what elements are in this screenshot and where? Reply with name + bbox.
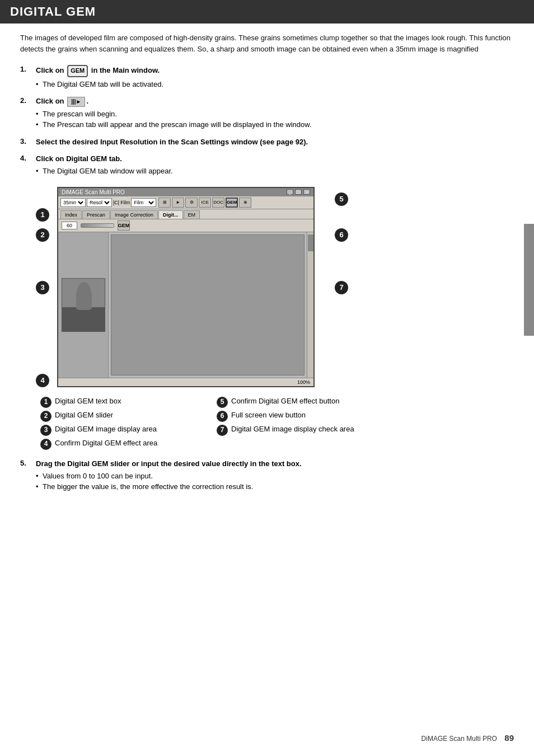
prescan-button-icon: |||► xyxy=(67,97,85,107)
tab-prescan[interactable]: Prescan xyxy=(82,210,110,219)
step-4-title: Click on Digital GEM tab. xyxy=(36,154,514,164)
extra-button[interactable]: ⊕ xyxy=(239,198,251,208)
step-2: 2. Click on |||►. The prescan will begin… xyxy=(20,96,514,130)
step-1-number: 1. xyxy=(20,65,36,73)
legend-item-3: 3 Digital GEM image display area xyxy=(40,424,200,436)
page-title: DIGITAL GEM xyxy=(10,4,524,19)
step-2-bullet-1: The prescan will begin. xyxy=(36,109,514,120)
callout-1: 1 xyxy=(36,208,49,222)
film-type-label: Film xyxy=(120,200,130,205)
callout-5: 5 xyxy=(335,192,348,206)
thumbnail-image xyxy=(62,278,105,332)
tab-digit[interactable]: Digit... xyxy=(158,210,183,219)
step-2-number: 2. xyxy=(20,96,36,105)
legend-num-7: 7 xyxy=(217,425,228,436)
window-title: DiMAGE Scan Multi PRO xyxy=(62,189,125,195)
tab-image-correction[interactable]: Image Correction xyxy=(110,210,158,219)
tab-em[interactable]: EM xyxy=(184,210,200,219)
gem-confirm-icon[interactable]: GEM xyxy=(118,220,130,231)
vertical-scrollbar[interactable] xyxy=(307,232,313,378)
legend-text-7: Digital GEM image display check area xyxy=(231,424,354,434)
legend-num-2: 2 xyxy=(40,411,51,422)
legend-num-4: 4 xyxy=(40,439,51,450)
right-accent-bar xyxy=(524,224,534,336)
legend-text-3: Digital GEM image display area xyxy=(55,424,157,434)
callout-4: 4 xyxy=(36,374,49,387)
screenshot-container: 1 2 3 4 5 6 7 DiMAGE Scan Multi PRO xyxy=(40,187,331,387)
status-text: 100% xyxy=(297,379,310,385)
legend-text-2: Digital GEM slider xyxy=(55,410,113,420)
film-type-select[interactable]: Film xyxy=(131,198,156,207)
step-4: 4. Click on Digital GEM tab. The Digital… xyxy=(20,154,514,177)
legend-item-2: 2 Digital GEM slider xyxy=(40,410,200,422)
settings-button[interactable]: ⚙ xyxy=(185,198,198,208)
legend-num-5: 5 xyxy=(217,397,228,408)
legend-section: 1 Digital GEM text box 5 Confirm Digital… xyxy=(40,396,376,450)
legend-text-6: Full screen view button xyxy=(231,410,306,420)
step-5-title: Drag the Digital GEM slider or input the… xyxy=(36,459,514,469)
legend-item-5: 5 Confirm Digital GEM effect button xyxy=(217,396,376,408)
legend-text-1: Digital GEM text box xyxy=(55,396,121,406)
ice-button[interactable]: ICE xyxy=(199,198,211,208)
step-2-bullet-2: The Prescan tab will appear and the pres… xyxy=(36,119,514,130)
screenshot-window: DiMAGE Scan Multi PRO _ □ × 35mm Resolut… xyxy=(57,187,315,387)
window-titlebar: DiMAGE Scan Multi PRO _ □ × xyxy=(58,188,313,196)
close-button[interactable]: × xyxy=(303,189,310,195)
window-status-bar: 100% xyxy=(58,378,313,386)
step-3-number: 3. xyxy=(20,137,36,145)
legend-item-1: 1 Digital GEM text box xyxy=(40,396,200,408)
grid-button[interactable]: ⊞ xyxy=(158,198,171,208)
window-tabs: Index Prescan Image Correction Digit... … xyxy=(58,209,313,219)
step-5: 5. Drag the Digital GEM slider or input … xyxy=(20,459,514,492)
legend-num-3: 3 xyxy=(40,425,51,436)
window-toolbar-1: 35mm Resolution |C| Film Film ⊞ ► ⚙ ICE xyxy=(58,196,313,209)
gem-icon: GEM xyxy=(67,65,88,77)
window-body xyxy=(58,232,313,378)
preview-display-area xyxy=(111,234,305,375)
step-4-bullet-1: The Digital GEM tab window will appear. xyxy=(36,166,514,177)
step-3: 3. Select the desired Input Resolution i… xyxy=(20,137,514,147)
resolution-select[interactable]: Resolution xyxy=(87,198,112,207)
film-size-select[interactable]: 35mm xyxy=(60,198,86,207)
gem-toolbar-button[interactable]: GEM xyxy=(226,198,238,208)
minimize-button[interactable]: _ xyxy=(287,189,293,195)
page-footer: DiMAGE Scan Multi PRO 89 xyxy=(421,733,514,743)
legend-text-4: Confirm Digital GEM effect area xyxy=(55,438,157,448)
toolbar-group-1: 35mm Resolution |C| Film Film xyxy=(60,198,156,207)
scroll-thumb[interactable] xyxy=(308,234,313,251)
film-label: |C| xyxy=(113,200,119,205)
gem-slider[interactable] xyxy=(81,223,114,228)
page-header: DIGITAL GEM xyxy=(0,0,534,24)
window-controls: _ □ × xyxy=(287,189,310,195)
step-5-bullet-1: Values from 0 to 100 can be input. xyxy=(36,471,514,482)
footer-page-number: 89 xyxy=(504,733,514,743)
step-2-title: Click on |||►. xyxy=(36,96,514,107)
step-1-bullet-1: The Digital GEM tab will be activated. xyxy=(36,79,514,90)
step-1-title: Click on GEM in the Main window. xyxy=(36,65,514,77)
footer-product-name: DiMAGE Scan Multi PRO xyxy=(421,735,497,743)
tab-index[interactable]: Index xyxy=(60,210,82,219)
step-4-number: 4. xyxy=(20,154,36,162)
thumbnail-panel xyxy=(58,232,109,378)
legend-num-6: 6 xyxy=(217,411,228,422)
step-5-number: 5. xyxy=(20,459,36,467)
doc-button[interactable]: DOC xyxy=(212,198,224,208)
callout-7: 7 xyxy=(335,281,348,294)
legend-text-5: Confirm Digital GEM effect button xyxy=(231,396,339,406)
scan-button[interactable]: ► xyxy=(172,198,184,208)
legend-item-6: 6 Full screen view button xyxy=(217,410,376,422)
legend-item-4: 4 Confirm Digital GEM effect area xyxy=(40,438,200,450)
step-1: 1. Click on GEM in the Main window. The … xyxy=(20,65,514,90)
gem-value-box[interactable]: 60 xyxy=(62,222,77,229)
step-5-bullet-2: The bigger the value is, the more effect… xyxy=(36,481,514,492)
step-3-title: Select the desired Input Resolution in t… xyxy=(36,137,514,147)
legend-item-7: 7 Digital GEM image display check area xyxy=(217,424,376,436)
callout-2: 2 xyxy=(36,228,49,242)
callout-3: 3 xyxy=(36,281,49,294)
maximize-button[interactable]: □ xyxy=(295,189,302,195)
callout-6: 6 xyxy=(335,228,348,242)
toolbar-group-2: ⊞ ► ⚙ ICE DOC GEM ⊕ xyxy=(158,198,251,208)
intro-paragraph: The images of developed film are compose… xyxy=(20,32,514,55)
legend-num-1: 1 xyxy=(40,397,51,408)
gem-sub-toolbar: 60 GEM xyxy=(58,219,313,232)
